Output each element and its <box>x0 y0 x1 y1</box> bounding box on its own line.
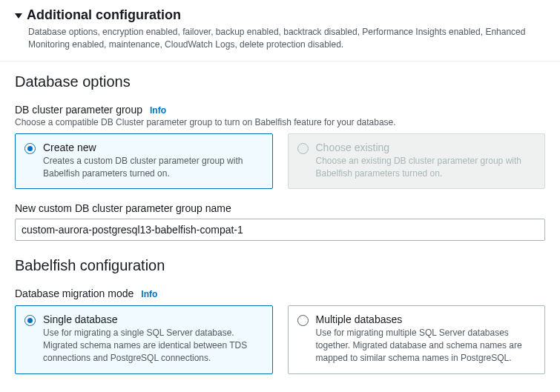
create-new-radio[interactable] <box>24 143 36 154</box>
choose-existing-radio <box>297 143 309 154</box>
multiple-db-radio[interactable] <box>297 315 309 326</box>
single-db-title: Single database <box>43 313 263 325</box>
caret-down-icon <box>15 13 22 19</box>
migration-mode-info-link[interactable]: Info <box>141 289 157 299</box>
param-group-label: DB cluster parameter group <box>15 104 142 116</box>
header-title: Additional configuration <box>27 7 181 23</box>
multiple-db-title: Multiple databases <box>316 313 536 325</box>
param-group-info-link[interactable]: Info <box>150 105 166 116</box>
content-area: Database options DB cluster parameter gr… <box>0 62 560 392</box>
choose-existing-desc: Choose an existing DB cluster parameter … <box>316 155 536 180</box>
create-new-title: Create new <box>43 142 263 153</box>
custom-name-input[interactable] <box>15 219 545 241</box>
single-db-desc: Use for migrating a single SQL Server da… <box>43 327 263 364</box>
multiple-db-tile[interactable]: Multiple databases Use for migrating mul… <box>288 305 546 373</box>
param-group-desc: Choose a compatible DB Cluster parameter… <box>15 117 545 127</box>
single-db-tile[interactable]: Single database Use for migrating a sing… <box>15 305 273 373</box>
additional-configuration-header[interactable]: Additional configuration Database option… <box>0 0 560 62</box>
migration-mode-label: Database migration mode <box>15 288 134 299</box>
choose-existing-title: Choose existing <box>316 142 536 153</box>
single-db-radio[interactable] <box>24 315 36 326</box>
custom-name-label: New custom DB cluster parameter group na… <box>15 202 545 214</box>
create-new-tile[interactable]: Create new Creates a custom DB cluster p… <box>15 133 273 190</box>
choose-existing-tile: Choose existing Choose an existing DB cl… <box>288 133 546 190</box>
babelfish-config-title: Babelfish configuration <box>15 257 545 274</box>
multiple-db-desc: Use for migrating multiple SQL Server da… <box>316 327 536 364</box>
header-subtitle: Database options, encryption enabled, fa… <box>28 26 545 52</box>
database-options-title: Database options <box>15 73 545 90</box>
create-new-desc: Creates a custom DB cluster parameter gr… <box>43 155 263 180</box>
